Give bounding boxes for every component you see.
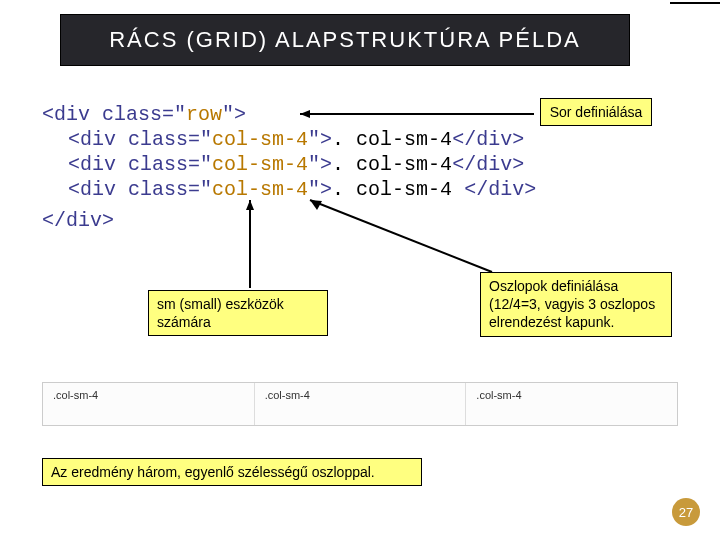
page-number: 27	[679, 505, 693, 520]
code-token: ">	[308, 153, 332, 176]
callout-text: sm (small) eszközök számára	[157, 296, 284, 330]
code-line-2: <div class="col-sm-4">. col-sm-4</div>	[42, 127, 682, 152]
demo-grid: .col-sm-4 .col-sm-4 .col-sm-4	[42, 382, 678, 426]
code-token: col-sm-4	[212, 178, 308, 201]
demo-grid-cell: .col-sm-4	[255, 383, 467, 425]
code-token: </div>	[42, 209, 114, 232]
demo-cell-label: .col-sm-4	[53, 389, 98, 401]
callout-result: Az eredmény három, egyenlő szélességű os…	[42, 458, 422, 486]
code-token: <div	[68, 178, 116, 201]
code-token: class	[128, 153, 188, 176]
callout-text: Oszlopok definiálása (12/4=3, vagyis 3 o…	[489, 278, 655, 330]
code-token: ="	[188, 153, 212, 176]
code-line-5: </div>	[42, 208, 682, 233]
code-token: </div>	[464, 178, 536, 201]
code-token: ">	[222, 103, 246, 126]
slide-title-box: RÁCS (GRID) ALAPSTRUKTÚRA PÉLDA	[60, 14, 630, 66]
code-line-4: <div class="col-sm-4">. col-sm-4 </div>	[42, 177, 682, 202]
decorative-line	[670, 2, 720, 4]
callout-text: Sor definiálása	[550, 104, 643, 120]
code-token: </div>	[452, 128, 524, 151]
callout-row-definition: Sor definiálása	[540, 98, 652, 126]
code-token: class	[102, 103, 162, 126]
callout-column-definition: Oszlopok definiálása (12/4=3, vagyis 3 o…	[480, 272, 672, 337]
code-token: class	[128, 178, 188, 201]
demo-grid-cell: .col-sm-4	[43, 383, 255, 425]
code-token: <div	[42, 103, 90, 126]
callout-sm-note: sm (small) eszközök számára	[148, 290, 328, 336]
code-token: . col-sm-4	[332, 178, 464, 201]
code-token: . col-sm-4	[332, 128, 452, 151]
code-token: ="	[188, 128, 212, 151]
callout-text: Az eredmény három, egyenlő szélességű os…	[51, 464, 375, 480]
demo-grid-cell: .col-sm-4	[466, 383, 677, 425]
code-token: </div>	[452, 153, 524, 176]
code-token: ="	[188, 178, 212, 201]
code-token: row	[186, 103, 222, 126]
code-token: ">	[308, 178, 332, 201]
page-number-badge: 27	[672, 498, 700, 526]
code-token: <div	[68, 153, 116, 176]
demo-cell-label: .col-sm-4	[265, 389, 310, 401]
slide-title: RÁCS (GRID) ALAPSTRUKTÚRA PÉLDA	[109, 27, 581, 53]
code-token: ="	[162, 103, 186, 126]
code-line-3: <div class="col-sm-4">. col-sm-4</div>	[42, 152, 682, 177]
code-token: col-sm-4	[212, 128, 308, 151]
code-token: . col-sm-4	[332, 153, 452, 176]
code-token: ">	[308, 128, 332, 151]
code-token: <div	[68, 128, 116, 151]
demo-cell-label: .col-sm-4	[476, 389, 521, 401]
code-token: class	[128, 128, 188, 151]
code-token: col-sm-4	[212, 153, 308, 176]
